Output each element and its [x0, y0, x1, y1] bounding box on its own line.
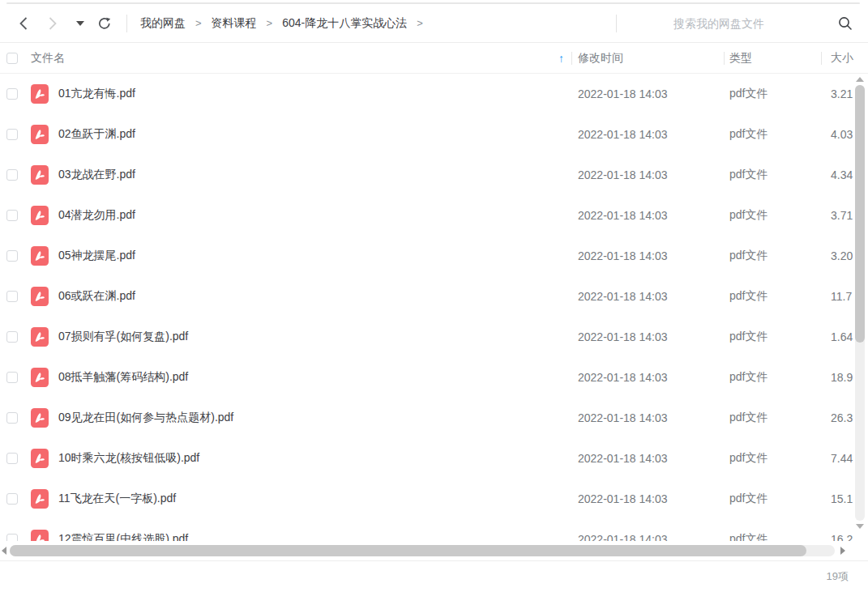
row-checkbox[interactable] — [6, 169, 18, 181]
table-row[interactable]: 06或跃在渊.pdf 2022-01-18 14:03 pdf文件 11.7 — [0, 276, 868, 317]
pdf-file-icon — [31, 449, 49, 468]
table-row[interactable]: 11飞龙在天(一字板).pdf 2022-01-18 14:03 pdf文件 1… — [0, 479, 868, 519]
file-type: pdf文件 — [724, 127, 821, 142]
breadcrumb-separator: > — [417, 17, 423, 29]
forward-button[interactable] — [44, 15, 62, 32]
file-modified-time: 2022-01-18 14:03 — [571, 209, 724, 222]
pdf-file-icon — [31, 368, 49, 387]
table-row[interactable]: 10时乘六龙(核按钮低吸).pdf 2022-01-18 14:03 pdf文件… — [0, 438, 868, 479]
status-bar: 19项 — [0, 560, 868, 592]
chevron-right-icon — [48, 16, 58, 31]
horizontal-scrollbar — [0, 541, 868, 560]
table-row[interactable]: 03龙战在野.pdf 2022-01-18 14:03 pdf文件 4.34 — [0, 155, 868, 195]
history-dropdown-caret[interactable] — [76, 21, 84, 26]
breadcrumb-separator: > — [267, 17, 273, 29]
file-modified-time: 2022-01-18 14:03 — [571, 168, 724, 181]
row-checkbox[interactable] — [6, 129, 18, 140]
horizontal-scrollbar-thumb[interactable] — [10, 545, 806, 556]
row-checkbox[interactable] — [6, 210, 18, 221]
pdf-file-icon — [31, 287, 49, 306]
pdf-file-icon — [31, 489, 49, 509]
file-type: pdf文件 — [724, 492, 821, 506]
file-type: pdf文件 — [724, 532, 821, 541]
file-name[interactable]: 09见龙在田(如何参与热点题材).pdf — [58, 411, 571, 425]
scroll-down-arrow-icon[interactable] — [856, 524, 864, 529]
row-checkbox[interactable] — [6, 372, 18, 383]
file-manager-window: 我的网盘 > 资料课程 > 604-降龙十八掌实战心法 > 文件名 ↑ — [0, 0, 868, 592]
row-checkbox[interactable] — [6, 493, 18, 505]
pdf-file-icon — [31, 530, 49, 541]
row-checkbox[interactable] — [6, 534, 18, 541]
refresh-button[interactable] — [97, 16, 112, 31]
file-name[interactable]: 08抵羊触藩(筹码结构).pdf — [58, 370, 571, 385]
table-row[interactable]: 08抵羊触藩(筹码结构).pdf 2022-01-18 14:03 pdf文件 … — [0, 357, 868, 398]
file-name[interactable]: 04潜龙勿用.pdf — [58, 208, 571, 223]
search-input[interactable] — [636, 17, 831, 30]
breadcrumb-separator: > — [195, 17, 202, 29]
column-header-size[interactable]: 大小 — [831, 51, 853, 66]
navigation-bar: 我的网盘 > 资料课程 > 604-降龙十八掌实战心法 > — [0, 4, 868, 43]
column-header-filename[interactable]: 文件名 — [31, 51, 65, 66]
row-checkbox[interactable] — [6, 88, 18, 100]
vertical-scrollbar-thumb[interactable] — [855, 85, 865, 343]
row-checkbox[interactable] — [6, 453, 18, 464]
file-modified-time: 2022-01-18 14:03 — [571, 330, 724, 343]
breadcrumb-current-folder[interactable]: 604-降龙十八掌实战心法 — [282, 16, 407, 31]
file-modified-time: 2022-01-18 14:03 — [571, 87, 724, 100]
file-type: pdf文件 — [724, 208, 821, 223]
file-name[interactable]: 03龙战在野.pdf — [58, 168, 571, 182]
table-row[interactable]: 09见龙在田(如何参与热点题材).pdf 2022-01-18 14:03 pd… — [0, 398, 868, 438]
breadcrumb-course-materials[interactable]: 资料课程 — [212, 16, 257, 31]
table-row[interactable]: 05神龙摆尾.pdf 2022-01-18 14:03 pdf文件 3.20 — [0, 236, 868, 276]
row-checkbox[interactable] — [6, 331, 18, 343]
breadcrumb-my-drive[interactable]: 我的网盘 — [140, 16, 186, 31]
file-modified-time: 2022-01-18 14:03 — [571, 452, 724, 465]
file-name[interactable]: 05神龙摆尾.pdf — [58, 249, 571, 263]
table-row[interactable]: 04潜龙勿用.pdf 2022-01-18 14:03 pdf文件 3.71 — [0, 195, 868, 236]
table-header: 文件名 ↑ 修改时间 类型 大小 — [0, 43, 868, 74]
file-type: pdf文件 — [724, 330, 821, 344]
column-header-type[interactable]: 类型 — [729, 51, 752, 66]
vertical-scrollbar-track[interactable] — [855, 85, 865, 521]
file-modified-time: 2022-01-18 14:03 — [571, 411, 724, 424]
table-row[interactable]: 12震惊百里(中线选股).pdf 2022-01-18 14:03 pdf文件 … — [0, 519, 868, 541]
file-type: pdf文件 — [724, 289, 821, 304]
table-row[interactable]: 07损则有孚(如何复盘).pdf 2022-01-18 14:03 pdf文件 … — [0, 317, 868, 357]
scroll-right-arrow-icon[interactable] — [840, 547, 845, 555]
row-checkbox[interactable] — [6, 250, 18, 262]
file-name[interactable]: 06或跃在渊.pdf — [58, 289, 571, 304]
pdf-file-icon — [31, 84, 49, 104]
file-name[interactable]: 07损则有孚(如何复盘).pdf — [58, 330, 571, 344]
search-divider — [616, 15, 617, 32]
search-icon[interactable] — [837, 15, 853, 32]
pdf-file-icon — [31, 206, 49, 225]
horizontal-scrollbar-track[interactable] — [10, 545, 835, 556]
file-list: 01亢龙有悔.pdf 2022-01-18 14:03 pdf文件 3.21 0… — [0, 74, 868, 541]
refresh-icon — [97, 16, 112, 31]
file-name[interactable]: 02鱼跃于渊.pdf — [58, 127, 571, 142]
file-modified-time: 2022-01-18 14:03 — [571, 371, 724, 384]
file-type: pdf文件 — [724, 370, 821, 385]
vertical-scrollbar — [854, 77, 866, 539]
file-name[interactable]: 11飞龙在天(一字板).pdf — [58, 492, 571, 506]
row-checkbox[interactable] — [6, 291, 18, 302]
select-all-checkbox[interactable] — [6, 53, 18, 64]
nav-divider — [126, 15, 127, 32]
search-box — [616, 15, 853, 32]
breadcrumb: 我的网盘 > 资料课程 > 604-降龙十八掌实战心法 > — [140, 16, 433, 31]
back-button[interactable] — [15, 15, 32, 32]
scroll-up-arrow-icon[interactable] — [856, 77, 864, 82]
file-name[interactable]: 01亢龙有悔.pdf — [58, 87, 571, 101]
table-row[interactable]: 01亢龙有悔.pdf 2022-01-18 14:03 pdf文件 3.21 — [0, 74, 868, 114]
sort-ascending-icon[interactable]: ↑ — [558, 52, 564, 65]
scroll-left-arrow-icon[interactable] — [2, 547, 6, 555]
pdf-file-icon — [31, 327, 49, 347]
row-checkbox[interactable] — [6, 412, 18, 424]
column-header-modified[interactable]: 修改时间 — [578, 51, 623, 66]
file-type: pdf文件 — [724, 168, 821, 182]
file-name[interactable]: 12震惊百里(中线选股).pdf — [58, 532, 571, 541]
file-modified-time: 2022-01-18 14:03 — [571, 128, 724, 141]
pdf-file-icon — [31, 125, 49, 144]
file-name[interactable]: 10时乘六龙(核按钮低吸).pdf — [58, 451, 571, 466]
table-row[interactable]: 02鱼跃于渊.pdf 2022-01-18 14:03 pdf文件 4.03 — [0, 114, 868, 155]
